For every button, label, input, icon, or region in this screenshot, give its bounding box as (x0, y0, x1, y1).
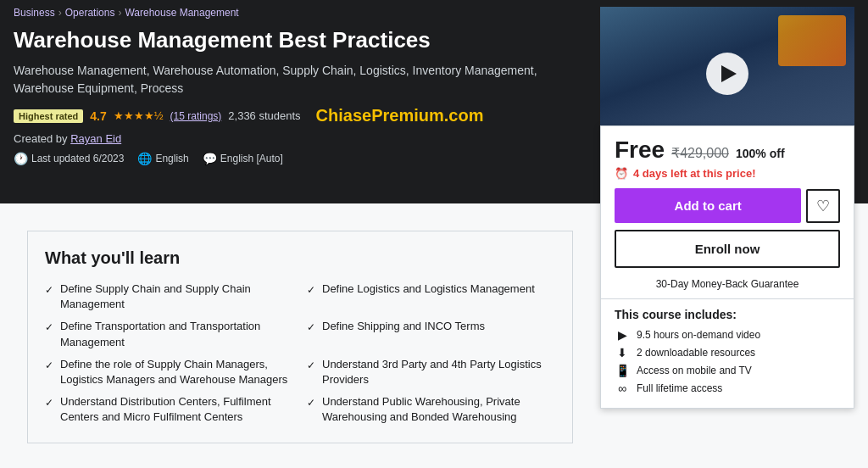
play-button[interactable] (706, 53, 748, 95)
include-text: 2 downloadable resources (637, 347, 755, 359)
language-text: English (155, 153, 188, 164)
meta-captions: 💬 English [Auto] (203, 152, 283, 165)
learn-grid: ✓Define Supply Chain and Supply Chain Ma… (45, 281, 555, 426)
learn-item: ✓Define Shipping and INCO Terms (307, 319, 555, 349)
meta-row: 🕐 Last updated 6/2023 🌐 English 💬 Englis… (14, 152, 583, 165)
include-text: Access on mobile and TV (637, 365, 752, 376)
money-back-text: 30-Day Money-Back Guarantee (601, 275, 854, 298)
breadcrumb-operations[interactable]: Operations (65, 7, 115, 19)
check-icon: ✓ (45, 283, 53, 298)
play-triangle-icon (721, 65, 737, 82)
learn-item: ✓Define the role of Supply Chain Manager… (45, 357, 293, 387)
creator-label: Created by (14, 132, 68, 145)
captions-icon: 💬 (203, 152, 217, 165)
learn-item-text: Understand Public Warehousing, Private W… (322, 394, 555, 425)
learn-item: ✓Understand Distribution Centers, Fulfil… (45, 394, 293, 425)
learn-title: What you'll learn (45, 248, 555, 268)
course-includes: This course includes: ▶9.5 hours on-dema… (601, 298, 854, 408)
main-content-left: What you'll learn ✓Define Supply Chain a… (0, 203, 600, 468)
learn-item: ✓Define Logistics and Logistics Manageme… (307, 281, 555, 312)
learn-item: ✓Understand Public Warehousing, Private … (307, 394, 555, 425)
rating-number: 4.7 (90, 109, 106, 123)
creator-row: Created by Rayan Eid (14, 132, 583, 145)
meta-language: 🌐 English (137, 152, 188, 165)
check-icon: ✓ (45, 396, 53, 410)
breadcrumb-sep1: › (58, 7, 62, 19)
discount-text: 100% off (736, 147, 785, 160)
include-icon: ∞ (615, 382, 630, 395)
include-item: ∞Full lifetime access (615, 382, 840, 395)
pricing-sidebar: Free ₹429,000 100% off ⏰ 4 days left at … (600, 125, 854, 409)
check-icon: ✓ (45, 359, 53, 373)
add-to-cart-button[interactable]: Add to cart (615, 188, 801, 223)
include-icon: 📱 (615, 364, 630, 377)
include-text: 9.5 hours on-demand video (637, 329, 760, 341)
includes-title: This course includes: (615, 308, 840, 321)
learn-item-text: Understand Distribution Centers, Fulfilm… (60, 394, 293, 425)
last-updated-text: Last updated 6/2023 (31, 153, 124, 164)
watermark: ChiasePremium.com (316, 106, 484, 125)
check-icon: ✓ (307, 359, 315, 373)
breadcrumb-business[interactable]: Business (14, 7, 55, 19)
current-price: Free (615, 136, 665, 164)
meta-updated: 🕐 Last updated 6/2023 (14, 152, 124, 165)
enroll-now-button[interactable]: Enroll now (615, 230, 840, 268)
include-item: ⬇2 downloadable resources (615, 346, 840, 359)
timer-row: ⏰ 4 days left at this price! (601, 167, 854, 188)
include-icon: ▶ (615, 328, 630, 342)
students-count: 2,336 students (228, 109, 300, 122)
learn-item-text: Define Transportation and Transportation… (60, 319, 293, 349)
breadcrumb: Business › Operations › Warehouse Manage… (14, 7, 583, 19)
star-icons: ★★★★½ (114, 109, 164, 122)
learn-item-text: Define Logistics and Logistics Managemen… (322, 281, 535, 297)
include-item: ▶9.5 hours on-demand video (615, 328, 840, 342)
clock-icon: 🕐 (14, 152, 28, 165)
learn-section: What you'll learn ✓Define Supply Chain a… (27, 231, 573, 443)
course-header-left: Business › Operations › Warehouse Manage… (14, 7, 600, 203)
include-text: Full lifetime access (637, 382, 722, 394)
globe-icon: 🌐 (137, 152, 152, 165)
check-icon: ✓ (307, 283, 315, 298)
learn-item-text: Understand 3rd Party and 4th Party Logis… (322, 357, 555, 387)
captions-text: English [Auto] (220, 153, 283, 164)
check-icon: ✓ (45, 320, 53, 335)
highest-rated-badge: Highest rated (14, 109, 83, 123)
rating-row: Highest rated 4.7 ★★★★½ (15 ratings) 2,3… (14, 106, 583, 125)
check-icon: ✓ (307, 320, 315, 335)
learn-item-text: Define the role of Supply Chain Managers… (60, 357, 293, 387)
learn-item: ✓Define Supply Chain and Supply Chain Ma… (45, 281, 293, 312)
learn-item: ✓Understand 3rd Party and 4th Party Logi… (307, 357, 555, 387)
heart-icon: ♡ (816, 197, 830, 215)
learn-item-text: Define Shipping and INCO Terms (322, 319, 485, 334)
include-item: 📱Access on mobile and TV (615, 364, 840, 377)
breadcrumb-warehouse[interactable]: Warehouse Management (125, 7, 238, 19)
timer-text: 4 days left at this price! (633, 167, 756, 180)
creator-link[interactable]: Rayan Eid (70, 132, 121, 145)
price-row: Free ₹429,000 100% off (601, 126, 854, 167)
includes-list: ▶9.5 hours on-demand video⬇2 downloadabl… (615, 328, 840, 395)
alarm-icon: ⏰ (615, 167, 628, 180)
rating-count[interactable]: (15 ratings) (170, 110, 222, 122)
wishlist-button[interactable]: ♡ (806, 189, 840, 223)
original-price: ₹429,000 (671, 145, 729, 161)
include-icon: ⬇ (615, 346, 630, 359)
learn-item-text: Define Supply Chain and Supply Chain Man… (60, 281, 293, 312)
breadcrumb-sep2: › (118, 7, 121, 19)
check-icon: ✓ (307, 396, 315, 410)
learn-item: ✓Define Transportation and Transportatio… (45, 319, 293, 349)
course-title: Warehouse Management Best Practices (14, 27, 583, 53)
course-subtitle: Warehouse Management, Warehouse Automati… (14, 62, 583, 98)
